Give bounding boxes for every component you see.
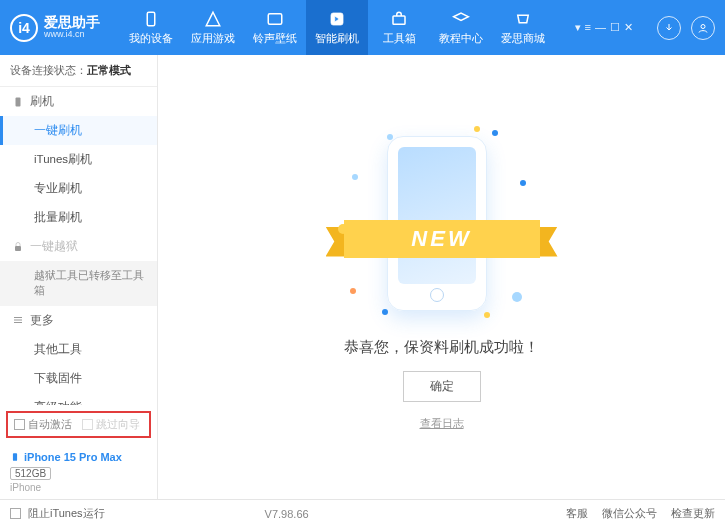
maximize-button[interactable]: ☐ — [610, 21, 620, 34]
skip-guide-checkbox[interactable]: 跳过向导 — [82, 417, 140, 432]
title-bar: i4 爱思助手 www.i4.cn 我的设备 应用游戏 铃声壁纸 智能刷机 工具… — [0, 0, 725, 55]
minimize-button[interactable]: — — [595, 21, 606, 34]
nav-store[interactable]: 爱思商城 — [492, 0, 554, 55]
sidebar-item-other-tools[interactable]: 其他工具 — [0, 335, 157, 364]
app-title: 爱思助手 — [44, 15, 100, 30]
success-message: 恭喜您，保资料刷机成功啦！ — [344, 338, 539, 357]
wechat-link[interactable]: 微信公众号 — [602, 506, 657, 521]
new-ribbon: NEW — [326, 216, 558, 262]
svg-point-4 — [701, 24, 705, 28]
sidebar-jailbreak-note: 越狱工具已转移至工具箱 — [0, 261, 157, 306]
toolbox-icon — [389, 10, 409, 28]
apps-icon — [203, 10, 223, 28]
user-button[interactable] — [691, 16, 715, 40]
sidebar-item-oneclick-flash[interactable]: 一键刷机 — [0, 116, 157, 145]
svg-rect-3 — [393, 16, 405, 24]
nav-label: 智能刷机 — [315, 31, 359, 46]
phone-small-icon — [10, 450, 20, 464]
device-status: 设备连接状态：正常模式 — [0, 55, 157, 87]
flash-icon — [327, 10, 347, 28]
svg-rect-7 — [13, 453, 17, 461]
more-icon — [12, 314, 24, 326]
nav-my-device[interactable]: 我的设备 — [120, 0, 182, 55]
device-icon — [141, 10, 161, 28]
svg-rect-1 — [268, 13, 282, 24]
sidebar-cat-jailbreak: 一键越狱 — [0, 232, 157, 261]
nav-label: 我的设备 — [129, 31, 173, 46]
check-update-link[interactable]: 检查更新 — [671, 506, 715, 521]
lock-icon — [12, 241, 24, 253]
device-storage: 512GB — [10, 467, 51, 480]
nav-tutorials[interactable]: 教程中心 — [430, 0, 492, 55]
svg-rect-6 — [15, 246, 21, 251]
close-button[interactable]: ✕ — [624, 21, 633, 34]
image-icon — [265, 10, 285, 28]
graduation-icon — [451, 10, 471, 28]
sidebar-item-batch-flash[interactable]: 批量刷机 — [0, 203, 157, 232]
sidebar-item-pro-flash[interactable]: 专业刷机 — [0, 174, 157, 203]
nav-label: 应用游戏 — [191, 31, 235, 46]
status-bar: 阻止iTunes运行 V7.98.66 客服 微信公众号 检查更新 — [0, 499, 725, 527]
block-itunes-checkbox[interactable]: 阻止iTunes运行 — [10, 506, 105, 521]
main-content: NEW 恭喜您，保资料刷机成功啦！ 确定 查看日志 — [158, 55, 725, 499]
top-nav: 我的设备 应用游戏 铃声壁纸 智能刷机 工具箱 教程中心 爱思商城 — [120, 0, 554, 55]
view-log-link[interactable]: 查看日志 — [420, 416, 464, 431]
sidebar-item-itunes-flash[interactable]: iTunes刷机 — [0, 145, 157, 174]
support-link[interactable]: 客服 — [566, 506, 588, 521]
sidebar-item-download-firmware[interactable]: 下载固件 — [0, 364, 157, 393]
app-url: www.i4.cn — [44, 30, 100, 40]
menu-icon[interactable]: ▾ — [575, 21, 581, 34]
success-illustration: NEW — [332, 124, 552, 324]
device-name[interactable]: iPhone 15 Pro Max — [10, 450, 147, 464]
sidebar-cat-more[interactable]: 更多 — [0, 306, 157, 335]
logo-icon: i4 — [10, 14, 38, 42]
nav-ringtones[interactable]: 铃声壁纸 — [244, 0, 306, 55]
phone-icon — [12, 96, 24, 108]
settings-icon[interactable]: ≡ — [585, 21, 591, 34]
auto-activate-checkbox[interactable]: 自动激活 — [14, 417, 72, 432]
options-highlight-box: 自动激活 跳过向导 — [6, 411, 151, 438]
window-controls: ▾ ≡ — ☐ ✕ — [575, 16, 715, 40]
device-info: iPhone 15 Pro Max 512GB iPhone — [0, 444, 157, 499]
nav-apps[interactable]: 应用游戏 — [182, 0, 244, 55]
svg-rect-0 — [147, 12, 155, 26]
sidebar-item-advanced[interactable]: 高级功能 — [0, 393, 157, 405]
cart-icon — [513, 10, 533, 28]
download-button[interactable] — [657, 16, 681, 40]
sidebar-cat-flash[interactable]: 刷机 — [0, 87, 157, 116]
nav-label: 教程中心 — [439, 31, 483, 46]
nav-label: 爱思商城 — [501, 31, 545, 46]
nav-label: 工具箱 — [383, 31, 416, 46]
nav-toolbox[interactable]: 工具箱 — [368, 0, 430, 55]
ok-button[interactable]: 确定 — [403, 371, 481, 402]
svg-rect-5 — [16, 97, 21, 106]
version-label: V7.98.66 — [265, 508, 309, 520]
sidebar: 设备连接状态：正常模式 刷机 一键刷机 iTunes刷机 专业刷机 批量刷机 一… — [0, 55, 158, 499]
nav-label: 铃声壁纸 — [253, 31, 297, 46]
nav-flash[interactable]: 智能刷机 — [306, 0, 368, 55]
app-logo: i4 爱思助手 www.i4.cn — [10, 14, 100, 42]
device-type: iPhone — [10, 482, 147, 493]
